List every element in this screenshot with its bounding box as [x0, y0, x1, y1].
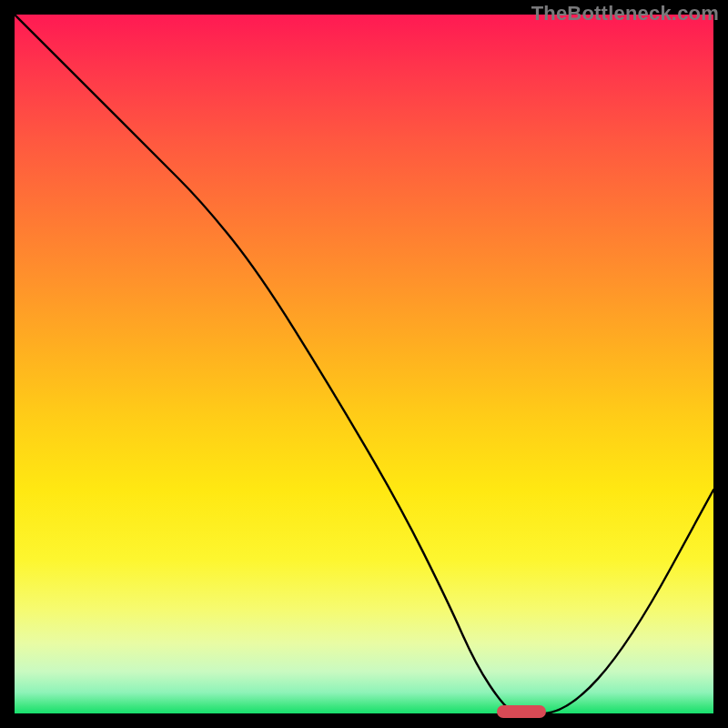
plot-area	[15, 15, 713, 713]
bottleneck-curve	[15, 15, 713, 713]
optimum-marker	[497, 705, 546, 718]
chart-frame: TheBottleneck.com	[0, 0, 728, 728]
watermark-text: TheBottleneck.com	[531, 2, 719, 25]
